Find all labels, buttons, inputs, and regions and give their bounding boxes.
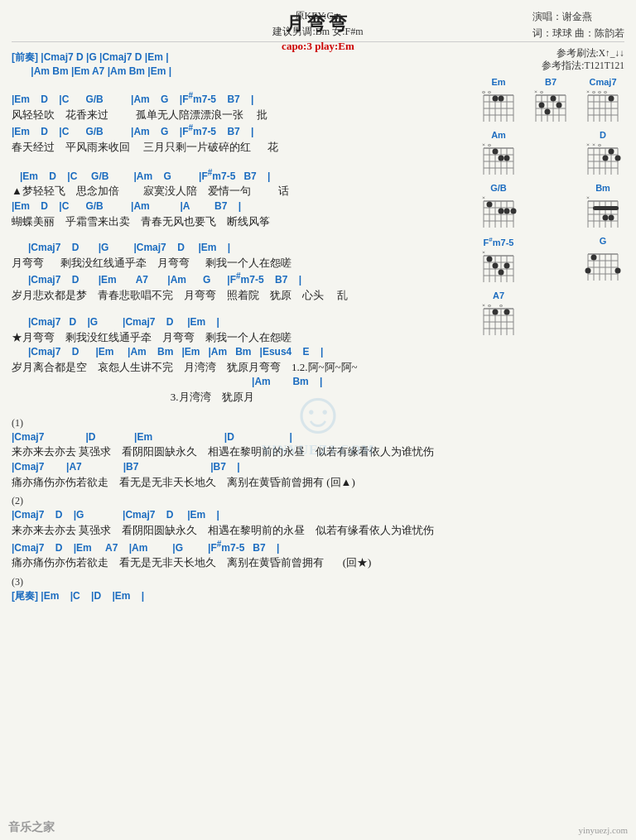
ch2-c3: |Am Bm | [12,375,492,389]
ch1-c2: |Cmaj7 D |Em A7 |Am G |F#m7-5 B7 | [12,271,492,287]
ch2-c2: |Cmaj7 D |Em |Am Bm |Em |Am Bm |Esus4 E … [12,345,492,359]
v1-c1: |Em D |C G/B |Am G |F#m7-5 B7 | [12,90,492,107]
svg-text:×: × [586,142,590,148]
svg-point-131 [591,255,597,261]
spacer1 [12,82,492,87]
chord-row-2: Am × o [477,130,624,176]
chord-row-4: F#m7-5 × [477,236,624,284]
svg-point-13 [499,96,504,102]
outro-chords: [尾奏] |Em |C |D |Em | [12,589,492,603]
chord-D: D × × o [581,130,624,176]
svg-text:o: o [598,89,601,95]
svg-rect-102 [593,206,619,210]
svg-text:×: × [586,194,590,201]
chord-B7: B7 × o [529,77,572,123]
main-content: [前奏] |Cmaj7 D |G |Cmaj7 D |Em | |Am Bm |… [12,47,624,606]
chorus2: |Cmaj7 D |G |Cmaj7 D |Em | ★月弯弯 剩我没红线通乎牵… [12,315,492,406]
section1-label: (1) [12,415,492,430]
ch1-l2: 岁月悲欢都是梦 青春悲歌唱不完 月弯弯 照着院 犹原 心头 乱 [12,287,492,304]
svg-point-27 [539,103,545,108]
svg-point-132 [615,268,621,274]
section3: (3) [尾奏] |Em |C |D |Em | [12,574,492,603]
strum-line1: 参考刷法:X↑_↓↓ [477,47,624,60]
ch2-c1: |Cmaj7 D |G |Cmaj7 D |Em | [12,315,492,329]
ch1-l1: 月弯弯 剩我没红线通乎牵 月弯弯 剩我一个人在怨嗟 [12,255,492,271]
svg-text:o: o [592,89,595,95]
s2-c1: |Cmaj7 D |G |Cmaj7 D |Em | [12,508,492,522]
strumming-patterns: 参考刷法:X↑_↓↓ 参考指法:T121T121 [477,47,624,72]
chord-row-5: A7 × o o [477,290,624,337]
svg-text:×: × [592,142,595,148]
svg-text:×: × [482,302,485,309]
chord-B7-diagram: × o [532,89,569,123]
svg-text:o: o [488,302,491,309]
svg-point-12 [493,96,499,102]
svg-point-89 [504,209,510,214]
pre-chorus: |Em D |C G/B |Am G |F#m7-5 B7 | ▲梦轻轻飞 思念… [12,167,492,230]
bottom-logo-left: 音乐之家 [8,820,55,835]
svg-point-117 [493,263,499,269]
chord-G-diagram [585,247,621,282]
s1-l2: 痛亦痛伤亦伤若欲走 看无是无非天长地久 离别在黄昏前曾拥有 (回▲) [12,474,492,491]
svg-text:o: o [488,142,491,148]
svg-point-119 [499,270,504,276]
svg-point-26 [551,96,556,102]
spacer5 [12,409,492,412]
chorus1: |Cmaj7 D |G |Cmaj7 D |Em | 月弯弯 剩我没红线通乎牵 … [12,241,492,304]
chord-Bm: Bm × [581,183,624,229]
prelude-chords-1: [前奏] |Cmaj7 D |G |Cmaj7 D |Em | [12,50,492,65]
ch1-c1: |Cmaj7 D |G |Cmaj7 D |Em | [12,241,492,255]
prelude-chords-2: |Am Bm |Em A7 |Am Bm |Em | [12,65,492,79]
svg-point-58 [499,156,504,161]
v1-l1: 风轻轻吹 花香来过 孤单无人陪漂漂浪一张 批 [12,107,492,123]
svg-text:×: × [482,249,485,256]
svg-point-103 [603,215,609,221]
bottom-logo-right: yinyuezj.com [578,825,628,835]
s2-c2: |Cmaj7 D |Em A7 |Am |G |F#m7-5 B7 | [12,539,492,555]
section1: (1) |Cmaj7 |D |Em |D | 来亦来去亦去 莫强求 看阴阳圆缺永… [12,415,492,491]
chord-Cmaj7-diagram: × o o o [585,89,621,123]
chord-GB: G/B × [477,183,520,229]
svg-point-88 [499,209,504,214]
chord-Bm-diagram: × [585,194,621,229]
chord-Cmaj7: Cmaj7 × o o o [581,77,624,123]
svg-point-59 [504,156,510,161]
outro-label: [尾奏] [12,590,38,602]
svg-point-118 [504,263,510,269]
svg-point-57 [493,149,499,155]
strum-line2: 参考指法:T121T121 [477,60,624,72]
chord-D-diagram: × × o [585,142,621,176]
s2-l2: 痛亦痛伤亦伤若欲走 看无是无非天长地久 离别在黄昏前曾拥有 (回★) [12,554,492,571]
lyric-info: 词：球球 曲：陈韵若 [532,25,624,41]
song-content: [前奏] |Cmaj7 D |G |Cmaj7 D |Em | |Am Bm |… [12,47,492,606]
performer-info: 演唱：谢金燕 词：球球 曲：陈韵若 [532,8,624,42]
chord-A7: A7 × o o [477,290,520,337]
ch2-l3: 3.月湾湾 犹原月 [12,389,492,406]
pc-c1: |Em D |C G/B |Am G |F#m7-5 B7 | [12,167,492,184]
page: 原KEY:Gm 建议男调:Bm 女:F#m capo:3 play:Em 月弯弯… [0,0,636,840]
s1-c1: |Cmaj7 |D |Em |D | [12,430,492,444]
svg-point-130 [585,268,591,274]
chord-Am-diagram: × o [480,142,517,176]
singer-info: 演唱：谢金燕 [532,8,624,25]
svg-point-104 [609,215,614,221]
chord-row-1: Em o o [477,77,624,123]
v1-l2: 春天经过 平风雨来收回 三月只剩一片破碎的红 花 [12,139,492,156]
svg-point-147 [504,310,510,315]
svg-text:×: × [534,89,537,95]
prelude-label: [前奏] [12,51,38,63]
chord-Am: Am × o [477,130,520,176]
verse1: |Em D |C G/B |Am G |F#m7-5 B7 | 风轻轻吹 花香来… [12,90,492,156]
svg-point-29 [545,109,551,115]
svg-point-74 [603,156,609,161]
s2-l1: 来亦来去亦去 莫强求 看阴阳圆缺永久 相遇在黎明前的永昼 似若有缘看依人为谁忧伤 [12,522,492,539]
pc-l2: 蝴蝶美丽 乎霜雪来出卖 青春无风也要飞 断线风筝 [12,214,492,230]
svg-text:×: × [482,194,485,201]
svg-point-90 [511,209,517,214]
ch2-l1: ★月弯弯 剩我没红线通乎牵 月弯弯 剩我一个人在怨嗟 [12,329,492,346]
v1-c2: |Em D |C G/B |Am G |F#m7-5 B7 | [12,122,492,139]
svg-text:o: o [540,89,543,95]
svg-text:o: o [598,142,601,148]
svg-text:o: o [488,89,491,95]
ch2-l2: 岁月离合都是空 哀怨人生讲不完 月湾湾 犹原月弯弯 1.2.阿~阿~阿~ [12,359,492,376]
